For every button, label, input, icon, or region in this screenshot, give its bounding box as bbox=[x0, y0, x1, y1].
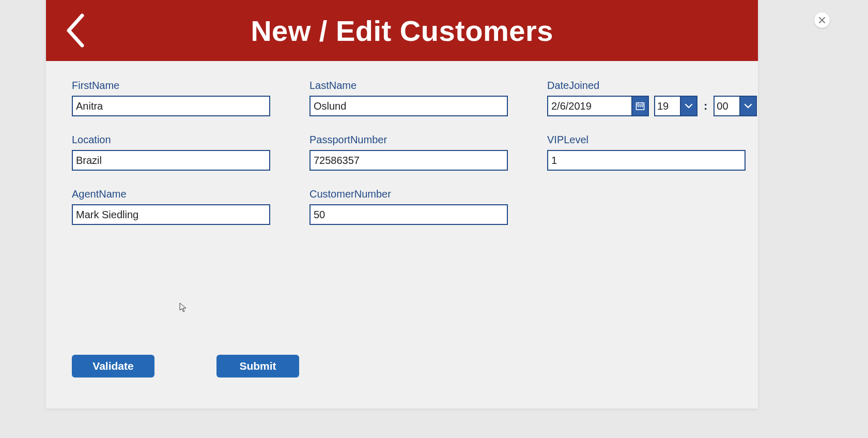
label-location: Location bbox=[72, 134, 270, 146]
svg-rect-6 bbox=[642, 106, 643, 107]
chevron-down-icon bbox=[743, 101, 753, 111]
label-first-name: FirstName bbox=[72, 80, 270, 92]
form-panel: New / Edit Customers FirstName LastName … bbox=[46, 0, 758, 409]
label-date-joined: DateJoined bbox=[547, 80, 757, 92]
label-vip-level: VIPLevel bbox=[547, 134, 757, 146]
back-button[interactable] bbox=[64, 12, 86, 49]
field-agent-name: AgentName bbox=[72, 188, 270, 225]
form-grid: FirstName LastName DateJoined bbox=[72, 80, 732, 225]
hour-value: 19 bbox=[654, 96, 680, 116]
field-last-name: LastName bbox=[309, 80, 508, 116]
chevron-down-icon bbox=[684, 101, 693, 111]
time-separator: : bbox=[703, 99, 708, 113]
header-bar: New / Edit Customers bbox=[46, 0, 758, 61]
date-time-row: 19 : 00 bbox=[547, 96, 757, 116]
input-vip-level[interactable] bbox=[547, 150, 746, 171]
minute-value: 00 bbox=[714, 96, 739, 116]
field-first-name: FirstName bbox=[72, 80, 270, 116]
input-location[interactable] bbox=[72, 150, 270, 171]
field-date-joined: DateJoined bbox=[547, 80, 757, 116]
empty-cell bbox=[547, 188, 757, 225]
field-vip-level: VIPLevel bbox=[547, 134, 757, 171]
input-passport-number[interactable] bbox=[309, 150, 508, 171]
form-area: FirstName LastName DateJoined bbox=[46, 61, 758, 225]
field-location: Location bbox=[72, 134, 270, 171]
page-title: New / Edit Customers bbox=[251, 14, 553, 48]
svg-rect-5 bbox=[640, 106, 641, 107]
label-customer-number: CustomerNumber bbox=[309, 188, 508, 200]
input-first-name[interactable] bbox=[72, 96, 270, 116]
calendar-icon bbox=[636, 101, 645, 111]
label-last-name: LastName bbox=[309, 80, 508, 92]
field-passport-number: PassportNumber bbox=[309, 134, 508, 171]
label-passport-number: PassportNumber bbox=[309, 134, 508, 146]
label-agent-name: AgentName bbox=[72, 188, 270, 200]
input-customer-number[interactable] bbox=[309, 204, 508, 225]
validate-button[interactable]: Validate bbox=[72, 355, 154, 377]
field-customer-number: CustomerNumber bbox=[309, 188, 508, 225]
minute-select[interactable]: 00 bbox=[714, 96, 757, 116]
close-button[interactable] bbox=[814, 12, 830, 28]
hour-select[interactable]: 19 bbox=[654, 96, 698, 116]
chevron-left-icon bbox=[64, 12, 86, 49]
minute-dropdown-button[interactable] bbox=[739, 96, 757, 116]
input-last-name[interactable] bbox=[309, 96, 508, 116]
date-picker-button[interactable] bbox=[631, 96, 649, 116]
date-input-wrapper bbox=[547, 96, 649, 116]
svg-rect-4 bbox=[638, 106, 639, 107]
app-backdrop: New / Edit Customers FirstName LastName … bbox=[0, 0, 868, 438]
close-icon bbox=[818, 17, 826, 24]
button-row: Validate Submit bbox=[72, 355, 299, 377]
input-agent-name[interactable] bbox=[72, 204, 270, 225]
hour-dropdown-button[interactable] bbox=[680, 96, 698, 116]
input-date-joined[interactable] bbox=[547, 96, 631, 116]
submit-button[interactable]: Submit bbox=[216, 355, 299, 377]
